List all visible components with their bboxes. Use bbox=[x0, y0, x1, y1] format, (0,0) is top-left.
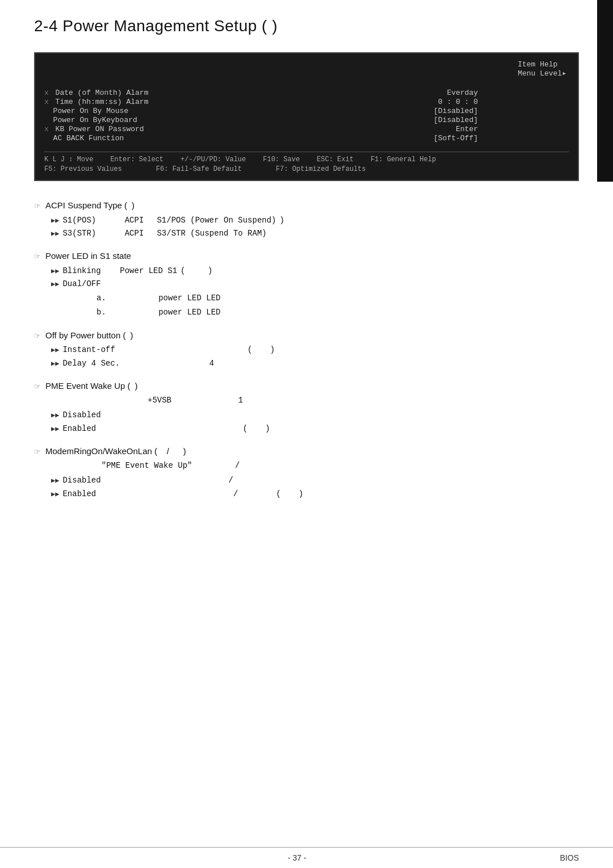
bios-row: Power On ByKeyboard [Disabled] bbox=[44, 116, 569, 124]
page-title-area: 2-4 Power Management Setup ( ) bbox=[0, 0, 613, 47]
dbl-arrow-icon: ▶▶ bbox=[51, 266, 59, 277]
power-led-note-b: b. power LED LED bbox=[96, 305, 579, 320]
dbl-arrow-icon: ▶▶ bbox=[51, 345, 59, 356]
delay-4sec-item: ▶▶ Delay 4 Sec. 4 bbox=[51, 357, 579, 371]
bios-row: x KB Power ON Password Enter bbox=[44, 125, 569, 133]
bios-row: x Date (of Month) Alarm Everday bbox=[44, 89, 569, 97]
off-by-power-heading: ☞ Off by Power button ( ) bbox=[34, 328, 579, 343]
bios-row: Power On By Mouse [Disabled] bbox=[44, 107, 569, 115]
section-arrow-icon: ☞ bbox=[34, 380, 41, 393]
dbl-arrow-icon: ▶▶ bbox=[51, 410, 59, 421]
pme-note: +5VSB 1 bbox=[148, 394, 579, 408]
bios-screen: Item Help Menu Level▸ x Date (of Month) … bbox=[34, 52, 579, 181]
pme-enabled-item: ▶▶ Enabled ( ) bbox=[51, 422, 579, 436]
bios-nav-row2: F5: Previous Values F6: Fail-Safe Defaul… bbox=[44, 165, 569, 173]
pme-event-heading: ☞ PME Event Wake Up ( ) bbox=[34, 379, 579, 393]
dbl-arrow-icon: ▶▶ bbox=[51, 358, 59, 370]
dbl-arrow-icon: ▶▶ bbox=[51, 423, 59, 435]
modem-enabled-item: ▶▶ Enabled / ( ) bbox=[51, 488, 579, 501]
section-arrow-icon: ☞ bbox=[34, 446, 41, 458]
menu-level-label: Menu Level▸ bbox=[518, 69, 566, 78]
power-led-label: Power LED in S1 state bbox=[45, 249, 131, 263]
section-arrow-icon: ☞ bbox=[34, 330, 41, 342]
bios-nav-row1: K L J ↕ Move Enter: Select +/-/PU/PD: Va… bbox=[44, 156, 569, 163]
page-title-paren: ) bbox=[272, 17, 278, 35]
modem-ring-note: "PME Event Wake Up" / bbox=[68, 459, 579, 473]
bios-entries: x Date (of Month) Alarm Everday x Time (… bbox=[44, 89, 569, 142]
dbl-arrow-icon: ▶▶ bbox=[51, 228, 59, 240]
s1pos-item: ▶▶ S1(POS) ACPI S1/POS (Power On Suspend… bbox=[51, 214, 579, 228]
section-arrow-icon: ☞ bbox=[34, 200, 41, 212]
dual-off-item: ▶▶ Dual/OFF bbox=[51, 278, 579, 291]
right-tab bbox=[597, 0, 613, 182]
off-by-power-label: Off by Power button ( bbox=[45, 328, 125, 343]
page-title-text: 2-4 Power Management Setup ( bbox=[34, 17, 267, 35]
main-content: ☞ ACPI Suspend Type ( ) ▶▶ S1(POS) ACPI … bbox=[0, 198, 613, 501]
blinking-item: ▶▶ Blinking Power LED S1 ( ) bbox=[51, 265, 579, 278]
section-arrow-icon: ☞ bbox=[34, 250, 41, 263]
item-help-panel: Item Help Menu Level▸ bbox=[518, 60, 566, 78]
dbl-arrow-icon: ▶▶ bbox=[51, 215, 59, 227]
acpi-suspend-label: ACPI Suspend Type ( bbox=[45, 198, 127, 213]
bios-row: x Time (hh:mm:ss) Alarm 0 : 0 : 0 bbox=[44, 98, 569, 106]
modem-ring-heading: ☞ ModemRingOn/WakeOnLan ( / ) bbox=[34, 444, 579, 459]
dbl-arrow-icon: ▶▶ bbox=[51, 475, 59, 487]
power-led-note-a: a. power LED LED bbox=[96, 291, 579, 305]
s3str-item: ▶▶ S3(STR) ACPI S3/STR (Suspend To RAM) bbox=[51, 227, 579, 241]
dbl-arrow-icon: ▶▶ bbox=[51, 489, 59, 500]
modem-disabled-item: ▶▶ Disabled / bbox=[51, 474, 579, 488]
dbl-arrow-icon: ▶▶ bbox=[51, 279, 59, 290]
power-led-notes: a. power LED LED b. power LED LED bbox=[96, 291, 579, 320]
modem-ring-label: ModemRingOn/WakeOnLan ( / ) bbox=[45, 444, 186, 459]
instant-off-item: ▶▶ Instant-off ( ) bbox=[51, 343, 579, 357]
pme-disabled-item: ▶▶ Disabled bbox=[51, 409, 579, 422]
page-title: 2-4 Power Management Setup ( ) bbox=[34, 17, 579, 35]
pme-event-label: PME Event Wake Up ( bbox=[45, 379, 131, 393]
acpi-suspend-heading: ☞ ACPI Suspend Type ( ) bbox=[34, 198, 579, 213]
power-led-heading: ☞ Power LED in S1 state bbox=[34, 249, 579, 263]
footer-page-number: - 37 - bbox=[288, 853, 306, 862]
footer-bios-label: BIOS bbox=[560, 853, 579, 862]
item-help-label: Item Help bbox=[518, 60, 566, 69]
bios-row: AC BACK Function [Soft-Off] bbox=[44, 134, 569, 142]
page-footer: - 37 - BIOS bbox=[0, 847, 613, 868]
bios-nav: K L J ↕ Move Enter: Select +/-/PU/PD: Va… bbox=[44, 152, 569, 173]
